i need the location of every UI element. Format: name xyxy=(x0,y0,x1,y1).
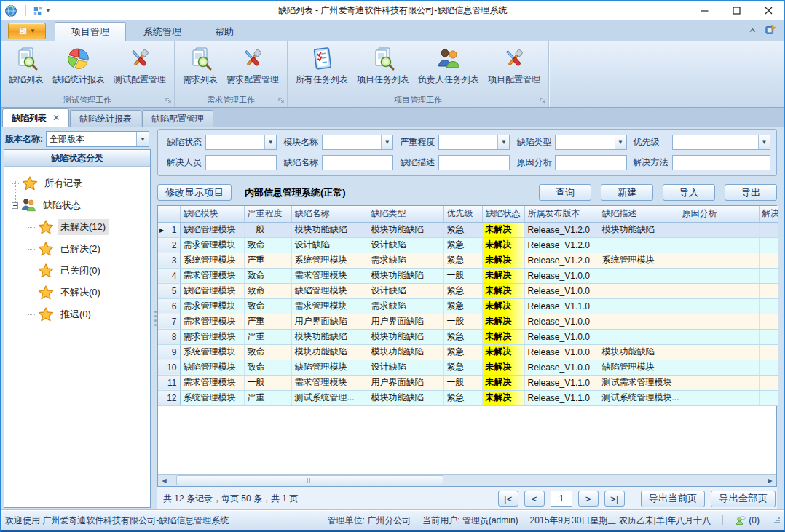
scrollbar-track[interactable] xyxy=(170,475,764,486)
table-cell: 需求管理模块 xyxy=(291,375,368,390)
document-tab-缺陷列表[interactable]: 缺陷列表✕ xyxy=(2,108,69,127)
filter-select-缺陷状态[interactable]: ▼ xyxy=(205,135,277,150)
horizontal-scrollbar[interactable]: ◀ ▶ xyxy=(158,474,776,486)
ribbon-button-测试配置管理[interactable]: 测试配置管理 xyxy=(110,44,170,87)
ribbon-tab-2[interactable]: 系统管理 xyxy=(127,22,197,41)
column-header-严重程度[interactable]: 严重程度 xyxy=(244,206,291,222)
tree-node-推迟(0)[interactable]: 推迟(0) xyxy=(28,303,150,325)
first-page-button[interactable]: |< xyxy=(498,491,518,507)
chevron-down-icon[interactable]: ▼ xyxy=(497,135,509,149)
column-header-优先级[interactable]: 优先级 xyxy=(443,206,482,222)
filter-input-缺陷描述[interactable] xyxy=(438,155,510,170)
dialog-launcher-icon[interactable] xyxy=(539,97,546,104)
column-header-所属发布版本[interactable]: 所属发布版本 xyxy=(524,206,599,222)
table-row[interactable]: 4需求管理模块致命需求管理模块模块功能缺陷一般未解决Release_V1.0.0 xyxy=(158,268,778,283)
table-cell xyxy=(599,329,679,344)
app-menu-icon xyxy=(18,26,28,36)
chevron-down-icon[interactable]: ▼ xyxy=(136,132,149,146)
filter-select-模块名称[interactable]: ▼ xyxy=(322,135,393,150)
sidebar-splitter[interactable] xyxy=(151,127,157,510)
toolbar-button-导入[interactable]: 导入 xyxy=(663,184,715,201)
tree-node-不解决(0)[interactable]: 不解决(0) xyxy=(28,282,150,303)
ribbon-button-项目任务列表[interactable]: 项目任务列表 xyxy=(353,44,413,87)
table-row[interactable]: 3系统管理模块严重系统管理模块需求缺陷紧急未解决Release_V1.2.0系统… xyxy=(158,253,778,268)
table-cell: 致命 xyxy=(244,298,291,314)
prev-page-button[interactable]: < xyxy=(524,491,545,507)
dialog-launcher-icon[interactable] xyxy=(277,97,285,104)
modify-columns-button[interactable]: 修改显示项目 xyxy=(157,184,232,201)
column-header-缺陷名称[interactable]: 缺陷名称 xyxy=(291,206,368,222)
last-page-button[interactable]: >| xyxy=(604,491,625,507)
ribbon-tab-3[interactable]: 帮助 xyxy=(199,22,250,41)
ribbon-button-缺陷统计报表[interactable]: 缺陷统计报表 xyxy=(49,44,109,87)
maximize-button[interactable] xyxy=(720,1,752,20)
dialog-launcher-icon[interactable] xyxy=(165,97,172,104)
table-cell: 紧急 xyxy=(443,360,482,375)
ribbon-button-需求列表[interactable]: 需求列表 xyxy=(179,44,221,87)
document-tab-缺陷配置管理[interactable]: 缺陷配置管理 xyxy=(142,110,213,127)
table-row[interactable]: 2需求管理模块致命设计缺陷设计缺陷紧急未解决Release_V1.2.0 xyxy=(158,237,778,253)
close-button[interactable] xyxy=(752,1,784,20)
messages-indicator[interactable]: (0) xyxy=(735,515,760,526)
ribbon-button-项目配置管理[interactable]: 项目配置管理 xyxy=(484,44,544,87)
table-row[interactable]: 5缺陷管理模块致命缺陷管理模块设计缺陷紧急未解决Release_V1.0.0 xyxy=(158,283,778,298)
tree-node-已关闭(0)[interactable]: 已关闭(0) xyxy=(28,260,150,282)
table-row[interactable]: 7需求管理模块严重用户界面缺陷用户界面缺陷一般未解决Release_V1.0.0 xyxy=(158,314,778,329)
table-row[interactable]: 11需求管理模块一般需求管理模块用户界面缺陷一般未解决Release_V1.1.… xyxy=(158,375,778,390)
help-icon[interactable] xyxy=(765,24,777,38)
resize-grip-icon[interactable] xyxy=(774,517,780,523)
column-header-原因分析[interactable]: 原因分析 xyxy=(679,206,759,222)
close-tab-icon[interactable]: ✕ xyxy=(52,114,60,122)
chevron-down-icon[interactable]: ▼ xyxy=(264,135,276,149)
column-header-缺陷模块[interactable]: 缺陷模块 xyxy=(180,206,244,222)
column-header-解决方法[interactable]: 解决方法 xyxy=(759,206,778,222)
table-row[interactable]: 12系统管理模块严重测试系统管理...模块功能缺陷紧急未解决Release_V1… xyxy=(158,390,778,405)
table-row[interactable]: ▶1缺陷管理模块一般模块功能缺陷模块功能缺陷紧急未解决Release_V1.2.… xyxy=(158,222,778,237)
document-tab-缺陷统计报表[interactable]: 缺陷统计报表 xyxy=(70,110,141,127)
column-header-缺陷描述[interactable]: 缺陷描述 xyxy=(599,206,679,222)
filter-select-缺陷类型[interactable]: ▼ xyxy=(555,135,626,150)
chevron-down-icon[interactable]: ▼ xyxy=(615,135,626,149)
chevron-down-icon[interactable]: ▼ xyxy=(758,135,770,149)
application-menu-button[interactable]: ▼ xyxy=(8,23,46,39)
ribbon-tab-1[interactable]: 项目管理 xyxy=(55,22,126,41)
page-number-input[interactable] xyxy=(551,491,572,507)
tree-node-已解决(2)[interactable]: 已解决(2) xyxy=(28,238,150,260)
export-all-pages-button[interactable]: 导出全部页 xyxy=(711,491,776,507)
quick-access-toolbar[interactable]: ▼ xyxy=(30,4,54,17)
collapse-node-icon[interactable] xyxy=(12,202,18,209)
scroll-right-icon[interactable]: ▶ xyxy=(764,475,776,486)
column-header-缺陷类型[interactable]: 缺陷类型 xyxy=(368,206,443,222)
filter-input-解决方法[interactable] xyxy=(672,155,770,170)
current-user-text: 当前用户: 管理员(admin) xyxy=(422,515,518,527)
table-row[interactable]: 10缺陷管理模块致命缺陷管理模块设计缺陷紧急未解决Release_V1.0.0缺… xyxy=(158,360,778,375)
chevron-down-icon[interactable]: ▼ xyxy=(381,135,392,149)
filter-input-原因分析[interactable] xyxy=(555,155,626,170)
toolbar-button-查询[interactable]: 查询 xyxy=(539,184,591,201)
column-header-缺陷状态[interactable]: 缺陷状态 xyxy=(482,206,524,222)
ribbon-button-缺陷列表[interactable]: 缺陷列表 xyxy=(5,44,47,87)
minimize-button[interactable] xyxy=(688,1,720,20)
filter-select-严重程度[interactable]: ▼ xyxy=(438,135,510,150)
ribbon-button-所有任务列表[interactable]: 所有任务列表 xyxy=(292,44,352,87)
next-page-button[interactable]: > xyxy=(578,491,599,507)
collapse-ribbon-icon[interactable] xyxy=(748,26,757,36)
version-select[interactable]: 全部版本 ▼ xyxy=(46,131,149,147)
toolbar-button-导出[interactable]: 导出 xyxy=(725,184,777,201)
filter-select-优先级[interactable]: ▼ xyxy=(672,135,770,150)
tree-node-所有记录[interactable]: 所有记录 xyxy=(12,172,150,194)
export-current-page-button[interactable]: 导出当前页 xyxy=(641,491,706,507)
tree-node-未解决(12)[interactable]: 未解决(12) xyxy=(28,216,150,238)
ribbon-button-负责人任务列表[interactable]: 负责人任务列表 xyxy=(414,44,483,87)
filter-input-缺陷名称[interactable] xyxy=(322,155,393,170)
table-row[interactable]: 9系统管理模块致命模块功能缺陷模块功能缺陷紧急未解决Release_V1.0.0… xyxy=(158,344,778,360)
toolbar-button-新建[interactable]: 新建 xyxy=(601,184,653,201)
table-cell: 模块功能缺陷 xyxy=(291,222,368,237)
filter-input-解决人员[interactable] xyxy=(205,155,277,170)
table-row[interactable]: 8需求管理模块严重模块功能缺陷模块功能缺陷紧急未解决Release_V1.0.0 xyxy=(158,329,778,344)
tree-node-缺陷状态[interactable]: 缺陷状态 xyxy=(12,194,150,216)
table-row[interactable]: 6需求管理模块致命需求管理模块需求缺陷紧急未解决Release_V1.1.0 xyxy=(158,298,778,314)
scroll-left-icon[interactable]: ◀ xyxy=(158,475,170,486)
scrollbar-thumb[interactable] xyxy=(176,475,443,485)
ribbon-button-需求配置管理[interactable]: 需求配置管理 xyxy=(223,44,283,87)
